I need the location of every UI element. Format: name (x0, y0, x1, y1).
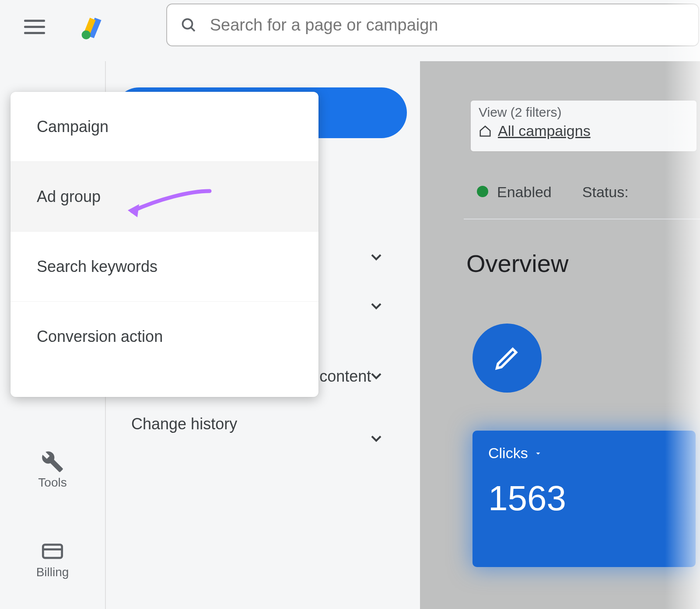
annotation-arrow-icon (124, 186, 212, 221)
menu-item-campaign[interactable]: Campaign (10, 92, 318, 162)
menu-item-label: Campaign (37, 118, 108, 136)
status-dot-icon (477, 186, 488, 197)
search-box[interactable] (166, 3, 699, 46)
sidebar-item-tools[interactable]: Tools (0, 450, 105, 490)
nav-item-label: Change history (131, 415, 237, 433)
sidebar-item-label: Tools (38, 476, 66, 490)
menu-item-label: Ad group (37, 188, 101, 206)
metric-card-clicks[interactable]: Clicks 1563 (472, 431, 696, 567)
chevron-down-icon[interactable] (368, 248, 385, 266)
nav-item-change-history[interactable]: Change history (122, 407, 394, 441)
create-dropdown-menu: Campaign Ad group Search keywords Conver… (10, 92, 318, 397)
menu-icon[interactable] (24, 14, 49, 39)
status-enabled-label: Enabled (497, 184, 552, 200)
menu-item-label: Search keywords (37, 258, 158, 276)
svg-line-2 (191, 28, 195, 31)
status-label: Status: (582, 184, 629, 201)
google-ads-logo[interactable] (79, 14, 105, 40)
menu-item-search-keywords[interactable]: Search keywords (10, 232, 318, 302)
main-content: View (2 filters) All campaigns Enabled S… (429, 79, 700, 609)
menu-item-ad-group[interactable]: Ad group (10, 162, 318, 232)
billing-icon (41, 540, 64, 563)
all-campaigns-link[interactable]: All campaigns (479, 122, 689, 139)
menu-item-conversion-action[interactable]: Conversion action (10, 302, 318, 372)
top-bar (0, 0, 700, 53)
chevron-down-icon[interactable] (368, 367, 385, 385)
tools-icon (41, 450, 64, 473)
search-input[interactable] (210, 16, 698, 35)
menu-item-label: Conversion action (37, 327, 163, 346)
all-campaigns-label: All campaigns (498, 122, 591, 139)
sidebar-item-label: Billing (36, 565, 69, 579)
svg-point-0 (82, 30, 91, 39)
home-icon (479, 125, 492, 138)
view-filter-box[interactable]: View (2 filters) All campaigns (470, 100, 697, 152)
status-enabled[interactable]: Enabled (477, 184, 552, 201)
metric-value: 1563 (488, 478, 680, 519)
view-filter-count: View (2 filters) (479, 105, 689, 120)
divider (464, 219, 700, 219)
svg-rect-3 (43, 545, 62, 558)
svg-point-1 (183, 19, 192, 29)
metric-label[interactable]: Clicks (488, 445, 680, 462)
chevron-down-icon[interactable] (368, 297, 385, 315)
sidebar-item-billing[interactable]: Billing (0, 540, 105, 579)
pencil-icon (494, 345, 521, 372)
metric-label-text: Clicks (488, 445, 528, 462)
status-row: Enabled Status: (477, 184, 629, 201)
page-title: Overview (466, 249, 568, 278)
edit-fab-button[interactable] (472, 324, 542, 393)
chevron-down-icon[interactable] (368, 430, 385, 447)
caret-down-icon (533, 449, 543, 458)
search-icon (180, 16, 197, 34)
